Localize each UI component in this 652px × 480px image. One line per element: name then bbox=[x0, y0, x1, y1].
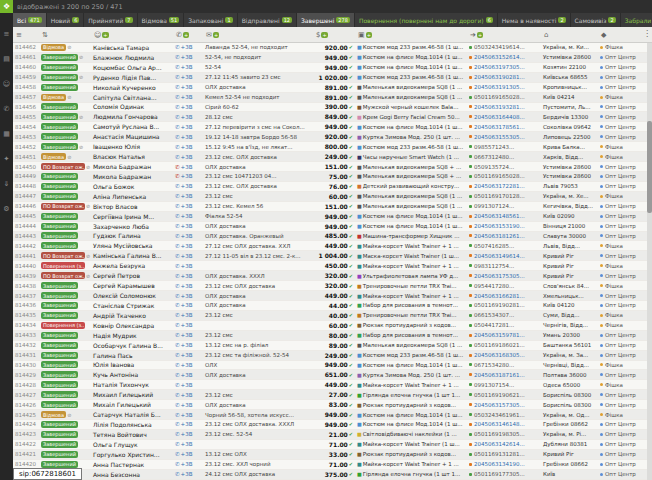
tracking-number[interactable]: 2045063175305... bbox=[467, 273, 541, 279]
tracking-number[interactable]: 0501169190281... bbox=[467, 302, 541, 308]
product-cell[interactable]: ■Костюм на флисе Мод.1014 (1 ш... bbox=[355, 412, 467, 418]
tracking-number[interactable]: 0501169131281... bbox=[467, 451, 541, 457]
order-comment[interactable]: Лаванда 52-54, не подходит bbox=[203, 44, 313, 50]
product-cell[interactable]: ■Костюм на флисе Мод.1014 (1 ш... bbox=[355, 64, 467, 70]
call-icon[interactable]: ✆ bbox=[175, 213, 180, 219]
table-row[interactable]: 814442ЗавершенийУляна Мусійовська✆+3В27.… bbox=[13, 241, 652, 251]
table-row[interactable]: 814454ЗавершенийСамотуй Руслана В...✆+3В… bbox=[13, 122, 652, 132]
tracking-number[interactable]: 2045063152614... bbox=[467, 54, 541, 60]
product-cell[interactable]: ■Мужской черный кошелек Bala... bbox=[355, 104, 467, 110]
tracking-number[interactable]: 0671534280... bbox=[467, 362, 541, 368]
table-row[interactable]: 814449ЗавершенийМикола Бадражан✆+3В23.12… bbox=[13, 172, 652, 182]
status-badge[interactable]: Завершений bbox=[41, 421, 78, 428]
product-cell[interactable]: ■Костюм мод 233 разм.46-58 (1 ш... bbox=[355, 74, 467, 80]
product-cell[interactable]: ■Ультрафиолетовая лампа УФ д... bbox=[355, 273, 467, 279]
call-icon[interactable]: ✆ bbox=[175, 392, 180, 398]
client-name[interactable]: Галина Пась bbox=[91, 352, 173, 359]
status-badge[interactable]: Завершений bbox=[41, 332, 78, 339]
tracking-number[interactable]: 2045063134190... bbox=[467, 461, 541, 467]
product-cell[interactable]: ■Часы наручные Smart Watch (1 ... bbox=[355, 154, 467, 160]
tab-2[interactable]: Прийнятий7 bbox=[84, 13, 137, 27]
client-name[interactable]: Михаіл Гилецький bbox=[91, 401, 173, 408]
client-name[interactable]: Уляна Мусійовська bbox=[91, 242, 173, 249]
order-comment[interactable]: 27.12 11-05 віл в 23.12 смс. 2-к... bbox=[203, 253, 313, 259]
order-comment[interactable]: 23.12 смс bbox=[203, 193, 313, 199]
client-name[interactable]: Канівська Тамара bbox=[91, 44, 173, 51]
status-badge[interactable]: Повернення (з.. bbox=[41, 322, 85, 329]
tab-9[interactable]: Самовивіз2 bbox=[571, 13, 621, 27]
more-icon[interactable]: ⋮ bbox=[643, 29, 651, 38]
product-cell[interactable]: ■Детский развивающий констру... bbox=[355, 183, 467, 189]
status-badge[interactable]: Відмова bbox=[41, 44, 66, 51]
product-cell[interactable]: ■Гірлянда елочна гнучка (1 шт 1... bbox=[355, 392, 467, 398]
table-row[interactable]: 814432ЗавершенийОсобарчук Галина В...✆+3… bbox=[13, 341, 652, 351]
call-icon[interactable]: ✆ bbox=[175, 104, 180, 110]
call-icon[interactable]: ✆ bbox=[175, 74, 180, 80]
status-badge[interactable]: Завершений bbox=[41, 292, 78, 299]
column-header[interactable]: $+ bbox=[313, 31, 355, 39]
product-cell[interactable]: ■Костюм мод 233 разм.46-58 (1 ш... bbox=[355, 352, 467, 358]
status-badge[interactable]: Відмова bbox=[41, 153, 66, 160]
order-comment[interactable]: 23.12 смс bbox=[203, 312, 313, 318]
table-row[interactable]: 814429ЗавершенийКучь Антоніна✆+3ВОЛХ дос… bbox=[13, 370, 652, 380]
call-icon[interactable]: ✆ bbox=[175, 144, 180, 150]
table-row[interactable]: 814461Завершений⊘Блажнюк Людмила✆+3В52-5… bbox=[13, 53, 652, 63]
product-cell[interactable]: ■Майка-корсет Waist Trainer + 1 ... bbox=[355, 263, 467, 269]
product-cell[interactable]: ■Рюкзак протиударний з кодов... bbox=[355, 451, 467, 457]
column-header[interactable]: ≡ bbox=[13, 31, 39, 39]
tracking-number[interactable]: 2045063159781... bbox=[467, 332, 541, 338]
status-badge[interactable]: Завершений bbox=[41, 173, 78, 180]
table-row[interactable]: 814458ЗавершенийНиколай Кучеренко✆+3ВОЛХ… bbox=[13, 83, 652, 93]
order-comment[interactable]: ОЛХ доставка bbox=[203, 223, 313, 229]
order-comment[interactable]: Чорний 56-58, хотела искусс... bbox=[203, 412, 313, 418]
product-cell[interactable]: ■Костюм на флисе Мод.1014 (1 ш... bbox=[355, 213, 467, 219]
client-name[interactable]: Руденко Лідія Пав... bbox=[91, 74, 173, 81]
column-header[interactable]: ⇅ bbox=[39, 31, 91, 39]
tracking-number[interactable]: 2045063172281... bbox=[467, 183, 541, 189]
tracking-number[interactable]: 0985571243... bbox=[467, 144, 541, 150]
table-row[interactable]: 814438ЗавершенийСергей Карамышев✆+3В23.1… bbox=[13, 281, 652, 291]
order-comment[interactable]: 23.12 смс ОЛХ доставка bbox=[203, 283, 313, 289]
tracking-number[interactable]: 2045063146148... bbox=[467, 421, 541, 427]
product-cell[interactable]: ■Майка-корсет Waist Trainer + 1 ... bbox=[355, 461, 467, 467]
status-badge[interactable]: Завершений bbox=[41, 381, 78, 388]
order-comment[interactable]: 23.12 смс. ОЛХ доставка bbox=[203, 154, 313, 160]
order-comment[interactable]: Сірий 60-62 bbox=[203, 104, 313, 110]
calls-icon[interactable]: ✆ bbox=[4, 105, 10, 113]
table-row[interactable]: 814439ПО Возврат ож.⊘Сергей Петров✆+3ВОЛ… bbox=[13, 271, 652, 281]
status-badge[interactable]: Завершений bbox=[41, 391, 78, 398]
tracking-number[interactable]: 0509135724... bbox=[467, 164, 541, 170]
call-icon[interactable]: ✆ bbox=[175, 154, 180, 160]
status-badge[interactable]: Завершений bbox=[41, 74, 78, 81]
status-badge[interactable]: Відмова bbox=[41, 411, 66, 418]
client-name[interactable]: Особарчук Галина В... bbox=[91, 342, 173, 349]
status-badge[interactable]: Завершений bbox=[41, 143, 78, 150]
call-icon[interactable]: ✆ bbox=[175, 431, 180, 437]
call-icon[interactable]: ✆ bbox=[175, 243, 180, 249]
table-row[interactable]: 814428ЗавершенийНаталія Тихончук✆+3В449.… bbox=[13, 380, 652, 390]
client-name[interactable]: Наталія Тихончук bbox=[91, 381, 173, 388]
order-comment[interactable]: 27.12 перевірити з смс на Сокол... bbox=[203, 124, 313, 130]
order-comment[interactable]: 13.12 смс на р. філіал bbox=[203, 342, 313, 348]
tab-7[interactable]: Повернення (повернені нам до дороги)6 bbox=[355, 13, 498, 27]
product-cell[interactable]: ■Маленькая видеокамера SQ8 + ... bbox=[355, 164, 467, 170]
tracking-number[interactable]: 0501169190621... bbox=[467, 392, 541, 398]
tracking-number[interactable]: 0991307124... bbox=[467, 203, 541, 209]
product-cell[interactable]: ■Маска-корсет Waist Trainer (1 ш... bbox=[355, 253, 467, 259]
order-comment[interactable]: ОЛХ bbox=[203, 362, 313, 368]
status-badge[interactable]: Відмова bbox=[41, 94, 66, 101]
status-badge[interactable]: Завершений bbox=[41, 193, 78, 200]
tracking-number[interactable]: 2045063155305... bbox=[467, 134, 541, 140]
client-name[interactable]: Сатарчук Наталія Б... bbox=[91, 411, 173, 418]
order-comment[interactable]: ОЛХ доставка bbox=[203, 402, 313, 408]
table-row[interactable]: 814460ЗавершенийКоцюмбас Ольга Ар...✆+3В… bbox=[13, 63, 652, 73]
product-cell[interactable]: ■Куртка Зимова Мод. 250 (1 шт. ... bbox=[355, 372, 467, 378]
client-name[interactable]: Юлія Іванова bbox=[91, 361, 173, 368]
client-name[interactable]: Анна Безсонна bbox=[91, 471, 173, 478]
status-badge[interactable]: Завершений bbox=[41, 183, 78, 190]
status-badge[interactable]: Завершений bbox=[41, 213, 78, 220]
call-icon[interactable]: ✆ bbox=[175, 253, 180, 259]
table-row[interactable]: 814453ЗавершенийАнастасія Мацишина✆+3В19… bbox=[13, 132, 652, 142]
status-badge[interactable]: Завершений bbox=[41, 302, 78, 309]
clients-icon[interactable]: ☺ bbox=[3, 80, 10, 88]
